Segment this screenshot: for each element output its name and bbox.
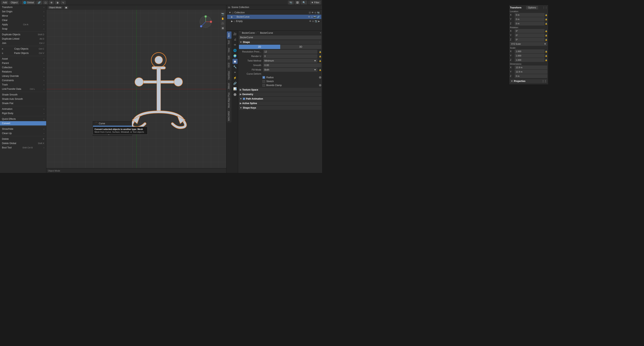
tab-edit[interactable]: Edit	[227, 54, 232, 61]
tab-tool[interactable]: Tool	[227, 39, 232, 46]
geometry-section-header[interactable]: ▶ Geometry	[239, 92, 321, 96]
bounds-clamp-checkbox[interactable]	[262, 84, 265, 87]
grid-icon[interactable]: ▦	[220, 26, 225, 30]
fake-X-icon[interactable]: ✕	[320, 32, 321, 34]
menu-delete-global[interactable]: Delete Global Shift X	[0, 141, 46, 145]
prop-modifier-icon[interactable]: 🔧	[232, 64, 238, 69]
tab-item[interactable]: Item	[227, 31, 232, 39]
btn-2d[interactable]: 2D	[239, 45, 280, 49]
svg-rect-6	[157, 68, 161, 113]
curve-button[interactable]: ∿	[61, 1, 66, 5]
tab-jmesh[interactable]: JMesh	[227, 81, 232, 91]
texture-space-section-header[interactable]: ▶ Texture Space	[239, 88, 321, 92]
menu-apply[interactable]: Apply Ctrl A ›	[0, 22, 46, 27]
hand-icon[interactable]: ✋	[220, 17, 225, 21]
path-animation-section-header[interactable]: ▼ ✓ Path Animation	[239, 97, 321, 101]
object-name-field[interactable]: BezierCurve	[239, 36, 321, 39]
menu-transform[interactable]: Transform ›	[0, 5, 46, 10]
prop-material-icon[interactable]: ⬤	[232, 92, 238, 97]
menu-join[interactable]: Join Ctrl J	[0, 41, 46, 45]
viewport-options[interactable]: ◻	[43, 1, 48, 5]
menu-clear[interactable]: Clear ›	[0, 18, 46, 22]
viewport-shading-badge[interactable]: ▣	[64, 6, 68, 9]
movie-icon[interactable]: 🎥	[220, 21, 225, 26]
mode-badge[interactable]: Object Mode	[48, 6, 62, 9]
active-spline-section-header[interactable]: ▶ Active Spline	[239, 101, 321, 105]
prop-view-icon[interactable]: 👁	[232, 42, 238, 47]
camera-view-icon[interactable]: 📷	[220, 12, 225, 16]
menu-duplicate-objects[interactable]: Duplicate Objects Shift D	[0, 32, 46, 37]
viewport-gizmo[interactable]: Y X Z	[199, 15, 212, 29]
search-button[interactable]: 🔍	[301, 1, 307, 5]
menu-rigid-body[interactable]: Rigid Body ›	[0, 111, 46, 115]
menu-delete[interactable]: Delete X	[0, 137, 46, 141]
twist-method-dropdown[interactable]: Minimum ▼	[263, 59, 318, 63]
menu-quick-effects[interactable]: Quick Effects ›	[0, 117, 46, 121]
viewport[interactable]: Object Mode ▣	[46, 5, 226, 173]
tab-view[interactable]: View	[227, 46, 232, 54]
menu-convert[interactable]: Convert ›	[0, 121, 46, 125]
menu-snap[interactable]: Snap ›	[0, 27, 46, 31]
add-button[interactable]: Add	[1, 1, 8, 5]
smooth-field[interactable]: 0.00	[263, 63, 321, 67]
prop-output-icon[interactable]: 🖨	[232, 37, 238, 42]
menu-shade-auto-smooth[interactable]: Shade Auto Smooth	[0, 97, 46, 101]
camera-icon-btn[interactable]: 📷	[288, 1, 294, 5]
tab-machin3[interactable]: MACHIN3	[227, 110, 232, 122]
render-icon-btn[interactable]: 🖼	[295, 1, 300, 5]
breadcrumb-icon1: ⌒	[239, 31, 241, 34]
prop-data-icon[interactable]: 📊	[232, 86, 238, 91]
menu-library-override[interactable]: Library Override ›	[0, 74, 46, 78]
resolution-preview-field[interactable]: 12	[263, 50, 318, 54]
menu-duplicate-linked[interactable]: Duplicate Linked Alt D	[0, 37, 46, 41]
collection-item[interactable]: ▼ ◻ Collection ☑ 👁 ⊙ 📷	[227, 10, 321, 15]
filter-button[interactable]: ▼ Filter	[310, 1, 321, 5]
radius-checkbox[interactable]: ✓	[262, 76, 265, 79]
shape-keys-section-header[interactable]: ▼ Shape Keys	[239, 106, 321, 110]
menu-copy-objects[interactable]: ⎘ Copy Objects Ctrl C	[0, 47, 46, 51]
menu-set-origin[interactable]: Set Origin ›	[0, 10, 46, 14]
bounds-clamp-dot[interactable]	[319, 84, 321, 86]
empty-item[interactable]: ▶ ◇ Empty 👁 ⊙ 📷 ▶	[227, 19, 321, 23]
object-menu-button[interactable]: Object	[9, 1, 19, 5]
shape-options-icon[interactable]: ⋮	[318, 41, 320, 43]
tab-mesh-align-plus[interactable]: Mesh Align Plus	[227, 91, 232, 109]
menu-animation[interactable]: Animation ›	[0, 107, 46, 111]
prop-constraints-icon[interactable]: 🔗	[232, 81, 238, 86]
prop-physics-icon[interactable]: ⚡	[232, 75, 238, 80]
menu-shade-flat[interactable]: Shade Flat	[0, 101, 46, 105]
stretch-checkbox[interactable]	[262, 80, 265, 83]
tab-ocd[interactable]: OCD	[227, 61, 232, 69]
snap-button[interactable]: 🔗	[36, 1, 42, 5]
menu-show-hide[interactable]: Show/Hide ›	[0, 127, 46, 131]
menu-link-transfer[interactable]: Link/Transfer Data Ctrl L ›	[0, 87, 46, 91]
menu-paste-objects[interactable]: ⎗ Paste Objects Ctrl V	[0, 51, 46, 55]
submenu-curve[interactable]: ⌒ Curve	[93, 121, 132, 126]
overlay-button[interactable]: ⊕	[49, 1, 54, 5]
fill-mode-dropdown[interactable]: Both ▼	[263, 68, 318, 72]
shape-section-header[interactable]: ▼ Shape ⋮	[239, 40, 321, 44]
beziercurve-item[interactable]: ▶ ⌒ BezierCurve 👁 ⊙ 📷 🔗	[227, 15, 321, 19]
menu-collection[interactable]: Collection ›	[0, 65, 46, 70]
prop-object-icon[interactable]: ▣	[232, 59, 238, 64]
menu-track[interactable]: Track ›	[0, 83, 46, 87]
radius-dot[interactable]	[319, 76, 321, 79]
path-anim-checkbox[interactable]: ✓	[243, 98, 245, 100]
menu-clean-up[interactable]: Clean Up ›	[0, 131, 46, 135]
prop-scene-icon[interactable]: 🌐	[232, 48, 238, 53]
global-mode-button[interactable]: 🌐 Global	[22, 1, 36, 5]
menu-mirror[interactable]: Mirror ›	[0, 14, 46, 18]
menu-shade-smooth[interactable]: Shade Smooth	[0, 93, 46, 97]
menu-bool-tool[interactable]: Bool Tool Shift Ctrl B ›	[0, 145, 46, 150]
menu-relations[interactable]: Relations ›	[0, 70, 46, 74]
btn-3d[interactable]: 3D	[280, 45, 322, 49]
menu-parent[interactable]: Parent ›	[0, 61, 46, 65]
render-u-field[interactable]: 0	[263, 54, 318, 58]
menu-asset[interactable]: Asset ›	[0, 57, 46, 61]
tab-hardops[interactable]: HardOps	[227, 69, 232, 81]
prop-world-icon[interactable]: 🌍	[232, 53, 238, 58]
menu-constraints[interactable]: Constraints ›	[0, 78, 46, 83]
prop-render-icon[interactable]: 🎥	[232, 31, 238, 37]
xray-button[interactable]: ◑	[55, 1, 60, 5]
prop-particles-icon[interactable]: ✦	[232, 70, 238, 75]
